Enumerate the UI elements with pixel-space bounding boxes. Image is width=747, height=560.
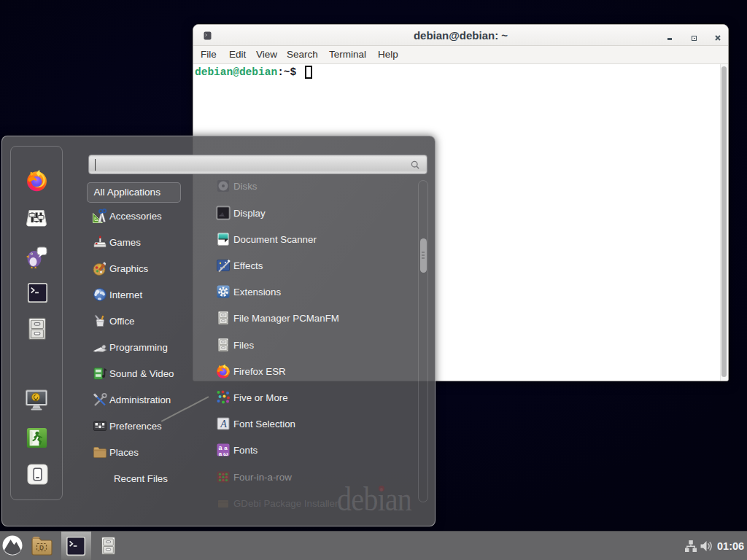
svg-text:a: a [219,451,222,457]
svg-text:ω: ω [223,451,228,457]
svg-text:D: D [39,544,44,551]
svg-text:A: A [220,419,227,429]
